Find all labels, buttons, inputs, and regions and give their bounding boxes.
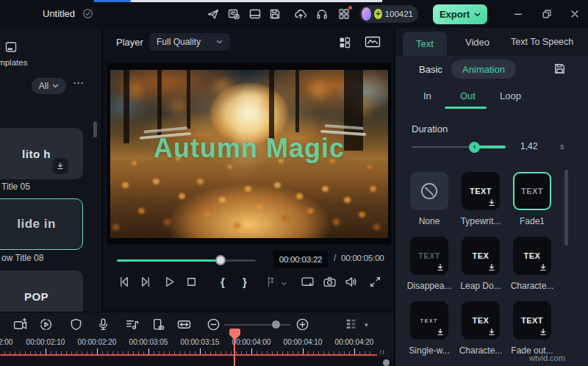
- ruler-label: 00:00:02:00: [0, 338, 12, 346]
- minimize-button[interactable]: [512, 8, 524, 20]
- preset-character[interactable]: TEX: [513, 237, 551, 275]
- mode-in[interactable]: In: [423, 90, 431, 101]
- playback-speed-icon[interactable]: [39, 317, 53, 331]
- duration-value[interactable]: 1,42: [520, 141, 537, 151]
- download-icon[interactable]: [52, 158, 68, 174]
- mark-in-button[interactable]: {: [220, 276, 225, 288]
- avatar[interactable]: [362, 7, 371, 21]
- export-button[interactable]: Export: [433, 4, 487, 24]
- video-preview[interactable]: Autumn Magic: [110, 70, 388, 238]
- preset-single-word[interactable]: TEXT: [410, 301, 448, 340]
- more-options-button[interactable]: ⋯: [73, 76, 85, 90]
- next-frame-button[interactable]: [139, 275, 153, 289]
- microphone-icon[interactable]: [96, 317, 110, 331]
- mark-out-button[interactable]: }: [243, 276, 247, 288]
- template-card-title05[interactable]: lito h: [0, 128, 83, 179]
- saved-check-icon: [82, 8, 93, 19]
- notification-dot: [348, 6, 352, 10]
- download-icon: [435, 327, 445, 337]
- preset-leap-down[interactable]: TEX: [462, 237, 500, 275]
- restore-button[interactable]: [541, 8, 553, 20]
- save-icon[interactable]: [268, 7, 282, 21]
- marker-icon[interactable]: [263, 275, 277, 289]
- share-icon[interactable]: [207, 7, 220, 21]
- mode-loop[interactable]: Loop: [500, 90, 521, 101]
- tab-text[interactable]: Text: [403, 32, 447, 56]
- timeline-ruler[interactable]: 00:00:02:00 00:00:02:10 00:00:02:20 00:0…: [0, 336, 394, 358]
- duration-slider-thumb[interactable]: ‹: [469, 142, 480, 153]
- marker-chevron-icon[interactable]: [281, 281, 287, 287]
- preset-label: None: [406, 216, 453, 226]
- playback-progress-track[interactable]: [117, 259, 256, 262]
- watermark: wtvid.com: [529, 354, 565, 362]
- duration-unit: s: [560, 142, 564, 151]
- track-manager-caret[interactable]: ▾: [365, 321, 368, 329]
- save-preset-icon[interactable]: [553, 62, 567, 76]
- mirror-display-icon[interactable]: [301, 275, 315, 289]
- timeline-scroll-dot[interactable]: [383, 359, 390, 366]
- apps-grid-icon[interactable]: [337, 7, 351, 21]
- ruler-label: 00:00:04:20: [335, 338, 374, 346]
- preset-fade1-selected[interactable]: TEXT: [513, 172, 551, 210]
- fit-timeline-icon[interactable]: [177, 317, 191, 331]
- templates-scrollbar[interactable]: [93, 121, 97, 137]
- zoom-in-icon[interactable]: [295, 317, 309, 331]
- ruler-label: 00:00:03:15: [181, 338, 220, 346]
- snapshot-camera-icon[interactable]: [323, 275, 337, 289]
- close-button[interactable]: [569, 8, 581, 20]
- subtab-animation[interactable]: Animation: [451, 60, 516, 79]
- current-timecode[interactable]: 00:00:03:22: [273, 251, 328, 268]
- ruler-baseline: [0, 354, 377, 356]
- play-button[interactable]: [162, 275, 176, 289]
- template-preview-text: lito h: [22, 148, 51, 160]
- preset-character-2[interactable]: TEX: [462, 301, 500, 340]
- volume-icon[interactable]: [344, 275, 358, 289]
- tab-text-to-speech[interactable]: Text To Speech: [511, 37, 573, 47]
- grid-view-icon[interactable]: [338, 36, 351, 49]
- tab-video[interactable]: Video: [465, 37, 490, 48]
- presets-scrollbar[interactable]: [564, 170, 568, 245]
- zoom-out-icon[interactable]: [207, 317, 220, 331]
- project-list-icon[interactable]: [227, 7, 240, 21]
- playhead-line: [234, 339, 235, 366]
- scopes-icon[interactable]: [365, 35, 381, 49]
- cloud-upload-icon[interactable]: [294, 7, 307, 21]
- filter-all-dropdown[interactable]: All: [32, 78, 66, 94]
- subtab-basic[interactable]: Basic: [419, 64, 442, 75]
- fullscreen-icon[interactable]: [368, 275, 382, 289]
- quality-value: Full Quality: [157, 37, 201, 47]
- preset-disappear[interactable]: TEXT: [410, 237, 448, 275]
- track-manager-icon[interactable]: [344, 317, 358, 331]
- timeline-zoom-slider[interactable]: [224, 324, 290, 326]
- timeline-tracks-area[interactable]: [0, 358, 394, 366]
- stop-button[interactable]: [184, 275, 198, 289]
- subtab-animation-label: Animation: [462, 64, 505, 75]
- timeline-zoom-thumb[interactable]: [272, 320, 280, 329]
- quality-dropdown[interactable]: Full Quality: [149, 33, 230, 51]
- download-icon: [538, 262, 548, 273]
- title-overlay-text[interactable]: Autumn Magic: [110, 133, 388, 164]
- device-preview-icon[interactable]: [151, 317, 165, 331]
- template-preview-text: lide in: [17, 217, 56, 232]
- template-card-title08-selected[interactable]: lide in: [0, 198, 83, 250]
- account-pill[interactable]: + 100421: [359, 5, 418, 23]
- download-icon: [538, 327, 548, 337]
- preset-typewriter[interactable]: TEXT: [462, 172, 500, 210]
- audio-list-icon[interactable]: [125, 317, 139, 331]
- shield-icon[interactable]: [69, 317, 83, 331]
- sidebar-item-templates[interactable]: Templates: [0, 58, 27, 67]
- support-headset-icon[interactable]: [315, 7, 329, 21]
- template-card-pop[interactable]: POP: [0, 270, 83, 312]
- preset-fade-out[interactable]: TEXT: [513, 301, 551, 340]
- templates-icon[interactable]: [4, 40, 18, 54]
- playback-progress-thumb[interactable]: [215, 255, 226, 265]
- download-icon: [487, 198, 497, 208]
- previous-frame-button[interactable]: [117, 275, 131, 289]
- mode-out[interactable]: Out: [460, 90, 476, 101]
- tree-trunk: [187, 70, 190, 129]
- preset-none[interactable]: [410, 172, 448, 210]
- player-title: Player: [116, 37, 143, 48]
- record-screen-icon[interactable]: [13, 317, 27, 331]
- layout-icon[interactable]: [248, 7, 262, 21]
- duration-slider-track[interactable]: [412, 146, 474, 148]
